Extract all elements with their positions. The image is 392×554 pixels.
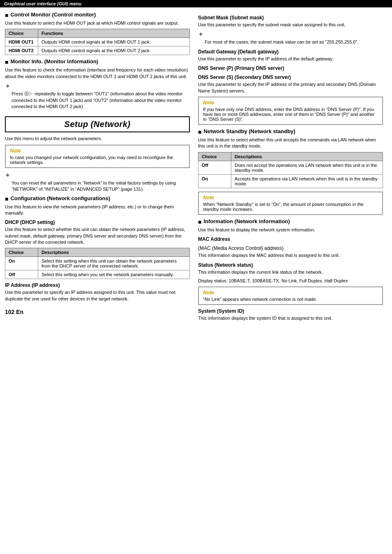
table-header-desc: Descriptions <box>231 152 383 161</box>
ip-address-section: IP Address (IP address) Use this paramet… <box>5 282 190 302</box>
table-cell-choice: Off <box>5 270 38 279</box>
table-cell-desc: Accepts the operations via LAN network w… <box>231 174 383 188</box>
setup-network-box: Setup (Network) <box>5 116 190 132</box>
ip-address-subheading: IP Address (IP address) <box>5 282 190 288</box>
bullet-icon: ■ <box>5 59 8 65</box>
config-body: Use this feature to view the network par… <box>5 204 190 217</box>
subnet-mask-subheading: Subnet Mask (Subnet mask) <box>198 15 383 21</box>
table-header-functions: Functions <box>38 29 190 38</box>
subnet-mask-section: Subnet Mask (Subnet mask) Use this param… <box>198 15 383 46</box>
tip-icon: ✦ <box>5 171 190 179</box>
table-row: HDMI OUT2 Outputs HDMI control signals a… <box>5 46 190 55</box>
dhcp-section: DHCP (DHCP setting) Use this feature to … <box>5 219 190 279</box>
bullet-icon: ■ <box>5 12 8 18</box>
network-info-body: Use this feature to display the network … <box>198 227 383 233</box>
note-body: If you have only one DNS address, enter … <box>203 107 378 122</box>
left-column: ■ Control Monitor (Control monitor) Use … <box>5 12 190 324</box>
mac-address-subheading: MAC Address <box>198 236 383 242</box>
table-cell-choice: Off <box>198 161 231 174</box>
dhcp-body: Use this feature to select whether this … <box>5 226 190 245</box>
subnet-mask-body: Use this parameter to specify the subnet… <box>198 22 383 28</box>
top-bar: Graphical user interface (GUI) menu <box>0 0 392 7</box>
status-subheading: Status (Network status) <box>198 262 383 268</box>
network-info-section: ■ Information (Network information) Use … <box>198 218 383 233</box>
ip-address-body: Use this parameter to specify an IP addr… <box>5 289 190 302</box>
status-body: This information displays the current li… <box>198 269 383 275</box>
table-cell-choice: HDMI OUT1 <box>5 38 38 46</box>
dhcp-table: Choice Descriptions On Select this setti… <box>5 248 190 279</box>
page-number: 102 En <box>5 309 190 315</box>
tip-icon: ✦ <box>198 30 383 38</box>
note-title: Note <box>10 148 185 154</box>
bullet-icon: ■ <box>198 129 201 135</box>
monitor-info-tip: Press Ⓢ▷ repeatedly to toggle between “O… <box>12 91 190 110</box>
mac-address-section: MAC Address (MAC (Media Access Control) … <box>198 236 383 259</box>
table-row: On Select this setting when this unit ca… <box>5 257 190 270</box>
table-row: HDMI OUT1 Outputs HDMI control signals a… <box>5 38 190 46</box>
page: Graphical user interface (GUI) menu ■ Co… <box>0 0 392 554</box>
table-cell-desc: Outputs HDMI control signals at the HDMI… <box>38 38 190 46</box>
table-cell-choice: On <box>5 257 38 270</box>
network-standby-body: Use this feature to select whether this … <box>198 137 383 150</box>
setup-tip: You can reset the all parameters in “Net… <box>12 180 190 193</box>
subnet-mask-tip: For most of the cases, the subnet mask v… <box>205 39 383 45</box>
table-row: Off Does not accept the operations via L… <box>198 161 383 174</box>
table-cell-desc: Outputs HDMI control signals at the HDMI… <box>38 46 190 55</box>
control-monitor-table: Choice Functions HDMI OUT1 Outputs HDMI … <box>5 29 190 55</box>
table-header-choice: Choice <box>5 29 38 38</box>
note-body: “No Link” appears when network connectio… <box>203 297 378 302</box>
setup-note-box: Note In case you changed your network co… <box>5 145 190 168</box>
default-gateway-body: Use this parameter to specify the IP add… <box>198 56 383 62</box>
dns-p-subheading: DNS Server (P) (Primary DNS server) <box>198 65 383 71</box>
right-column: Subnet Mask (Subnet mask) Use this param… <box>198 12 383 324</box>
table-header-desc: Descriptions <box>38 248 190 257</box>
table-row: Off Select this setting when you set the… <box>5 270 190 279</box>
note-title: Note <box>203 100 378 106</box>
table-cell-choice: On <box>198 174 231 188</box>
table-cell-choice: HDMI OUT2 <box>5 46 38 55</box>
setup-network-body: Use this menu to adjust the network para… <box>5 136 190 142</box>
status-body2: Display status: 10BASE-T, 100BASE-TX, No… <box>198 278 383 284</box>
top-bar-label: Graphical user interface (GUI) menu <box>4 1 81 6</box>
control-monitor-body: Use this feature to select the HDMI OUT … <box>5 20 190 26</box>
note-body: When “Network Standby” is set to “On”, t… <box>203 202 378 212</box>
dns-s-body: Use this parameter to specify the IP add… <box>198 81 383 94</box>
dns-s-subheading: DNS Server (S) (Secondary DNS server) <box>198 74 383 80</box>
mac-address-body: This information displays the MAC addres… <box>198 252 383 259</box>
dns-note-box: Note If you have only one DNS address, e… <box>198 97 383 125</box>
table-cell-desc: Select this setting when you set the net… <box>38 270 190 279</box>
config-heading: ■ Configuration (Network configurations) <box>5 195 190 202</box>
monitor-info-heading: ■ Monitor Info. (Monitor information) <box>5 58 190 65</box>
system-id-section: System (System ID) This information disp… <box>198 308 383 321</box>
table-header-choice: Choice <box>198 152 231 161</box>
tip-icon: ✦ <box>5 82 190 90</box>
system-id-subheading: System (System ID) <box>198 308 383 314</box>
bullet-icon: ■ <box>198 219 201 225</box>
network-standby-section: ■ Network Standby (Network standby) Use … <box>198 128 383 188</box>
note-title: Note <box>203 195 378 201</box>
control-monitor-heading: ■ Control Monitor (Control monitor) <box>5 12 190 18</box>
dns-s-section: DNS Server (S) (Secondary DNS server) Us… <box>198 74 383 94</box>
bullet-icon: ■ <box>5 196 8 202</box>
network-standby-table: Choice Descriptions Off Does not accept … <box>198 152 383 188</box>
status-note-box: Note “No Link” appears when network conn… <box>198 286 383 305</box>
config-section: ■ Configuration (Network configurations)… <box>5 195 190 217</box>
table-header-choice: Choice <box>5 248 38 257</box>
note-title: Note <box>203 290 378 295</box>
default-gateway-section: Default Gateway (Default gateway) Use th… <box>198 49 383 62</box>
setup-network-title: Setup (Network) <box>11 120 184 129</box>
system-id-body: This information displays the system ID … <box>198 315 383 321</box>
monitor-info-section: ■ Monitor Info. (Monitor information) Us… <box>5 58 190 110</box>
mac-address-subheading2: (MAC (Media Access Control) address) <box>198 245 383 251</box>
network-info-heading: ■ Information (Network information) <box>198 218 383 225</box>
status-section: Status (Network status) This information… <box>198 262 383 284</box>
monitor-info-body: Use this feature to check the informatio… <box>5 67 190 80</box>
network-standby-heading: ■ Network Standby (Network standby) <box>198 128 383 135</box>
table-cell-desc: Does not accept the operations via LAN n… <box>231 161 383 174</box>
table-cell-desc: Select this setting when this unit can o… <box>38 257 190 270</box>
control-monitor-section: ■ Control Monitor (Control monitor) Use … <box>5 12 190 55</box>
default-gateway-subheading: Default Gateway (Default gateway) <box>198 49 383 55</box>
table-row: On Accepts the operations via LAN networ… <box>198 174 383 188</box>
dns-p-section: DNS Server (P) (Primary DNS server) <box>198 65 383 71</box>
note-body: In case you changed your network configu… <box>10 155 185 165</box>
